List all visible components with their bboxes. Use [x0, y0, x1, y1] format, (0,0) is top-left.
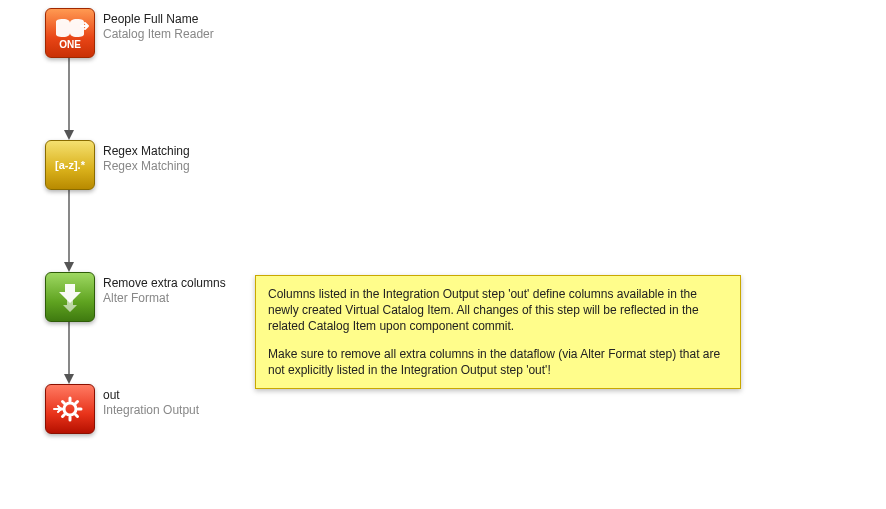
svg-text:[a-z].*: [a-z].* [55, 159, 86, 171]
svg-line-16 [76, 402, 78, 404]
note-paragraph: Make sure to remove all extra columns in… [268, 346, 728, 378]
node-out[interactable]: out Integration Output [45, 384, 205, 434]
connector-3-4 [63, 320, 75, 384]
svg-marker-1 [64, 130, 74, 140]
connector-1-2 [63, 56, 75, 140]
node-title: Remove extra columns [103, 276, 226, 291]
note-paragraph: Columns listed in the Integration Output… [268, 286, 728, 334]
node-subtitle: Catalog Item Reader [103, 27, 214, 42]
node-regex-matching[interactable]: [a-z].* Regex Matching Regex Matching [45, 140, 196, 190]
node-subtitle: Integration Output [103, 403, 199, 418]
catalog-reader-icon: ONE [45, 8, 95, 58]
svg-line-14 [76, 415, 78, 417]
regex-icon: [a-z].* [45, 140, 95, 190]
node-subtitle: Alter Format [103, 291, 226, 306]
svg-line-13 [63, 402, 65, 404]
svg-point-8 [64, 403, 76, 415]
alter-format-icon [45, 272, 95, 322]
node-title: out [103, 388, 199, 403]
node-remove-extra-columns[interactable]: Remove extra columns Alter Format [45, 272, 232, 322]
annotation-note[interactable]: Columns listed in the Integration Output… [255, 275, 741, 389]
svg-marker-3 [64, 262, 74, 272]
svg-marker-5 [64, 374, 74, 384]
integration-output-icon [45, 384, 95, 434]
svg-line-15 [63, 415, 65, 417]
node-people-full-name[interactable]: ONE People Full Name Catalog Item Reader [45, 8, 220, 58]
svg-text:ONE: ONE [59, 39, 81, 50]
node-title: People Full Name [103, 12, 214, 27]
connector-2-3 [63, 188, 75, 272]
node-subtitle: Regex Matching [103, 159, 190, 174]
node-title: Regex Matching [103, 144, 190, 159]
